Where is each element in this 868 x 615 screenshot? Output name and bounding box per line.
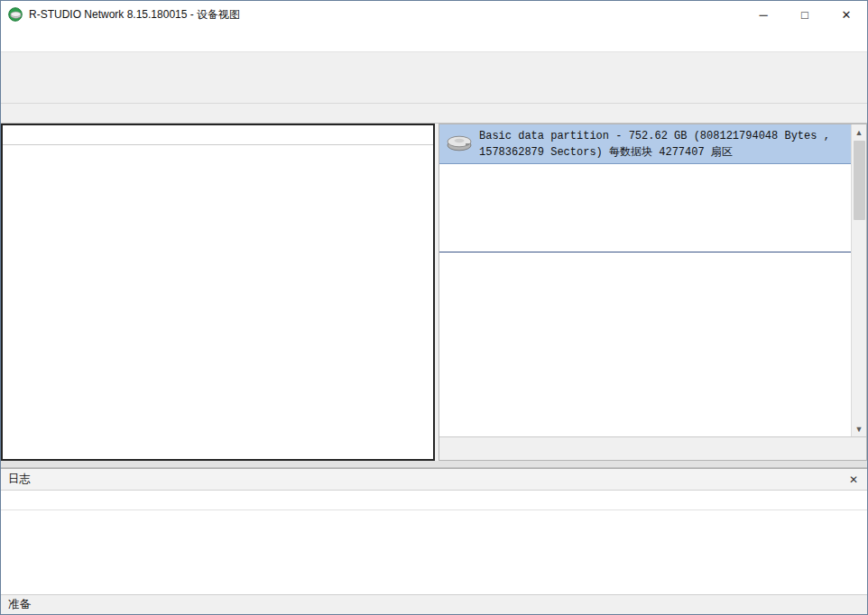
view-tab-bar [1,104,867,124]
close-button[interactable]: ✕ [826,1,867,28]
scan-legend [439,252,851,436]
scroll-up-icon[interactable]: ▲ [852,124,867,140]
menu-bar [1,28,867,51]
app-window: R-STUDIO Network 8.15.180015 - 设备视图 ─ □ … [0,0,868,615]
scroll-down-icon[interactable]: ▼ [852,421,867,436]
scrollbar-thumb[interactable] [854,141,865,220]
device-tree [3,145,433,459]
log-panel: 日志 ✕ [1,468,867,594]
main-area: Basic data partition - 752.62 GB (808121… [1,124,867,461]
minimize-button[interactable]: ─ [743,1,784,28]
device-tree-header [3,125,433,145]
title-bar: R-STUDIO Network 8.15.180015 - 设备视图 ─ □ … [1,1,867,28]
scan-block-map [439,164,851,252]
window-title: R-STUDIO Network 8.15.180015 - 设备视图 [29,7,240,23]
device-tree-panel [1,124,435,461]
horizontal-splitter[interactable] [1,461,867,468]
log-title-bar: 日志 ✕ [1,469,867,491]
partition-info-header: Basic data partition - 752.62 GB (808121… [439,124,851,164]
scan-info-panel: Basic data partition - 752.62 GB (808121… [439,124,867,461]
partition-info-text: Basic data partition - 752.62 GB (808121… [479,128,845,161]
log-header [1,491,867,510]
scan-panel-tabs [439,436,866,460]
status-bar: 准备 [1,594,867,614]
status-text: 准备 [8,597,31,612]
log-close-button[interactable]: ✕ [849,473,858,486]
log-title: 日志 [8,472,31,487]
scan-scrollbar[interactable]: ▲ ▼ [851,124,866,436]
toolbar [1,51,867,104]
disk-icon [446,132,473,153]
window-controls: ─ □ ✕ [743,1,867,28]
app-icon [8,7,23,22]
maximize-button[interactable]: □ [784,1,826,28]
